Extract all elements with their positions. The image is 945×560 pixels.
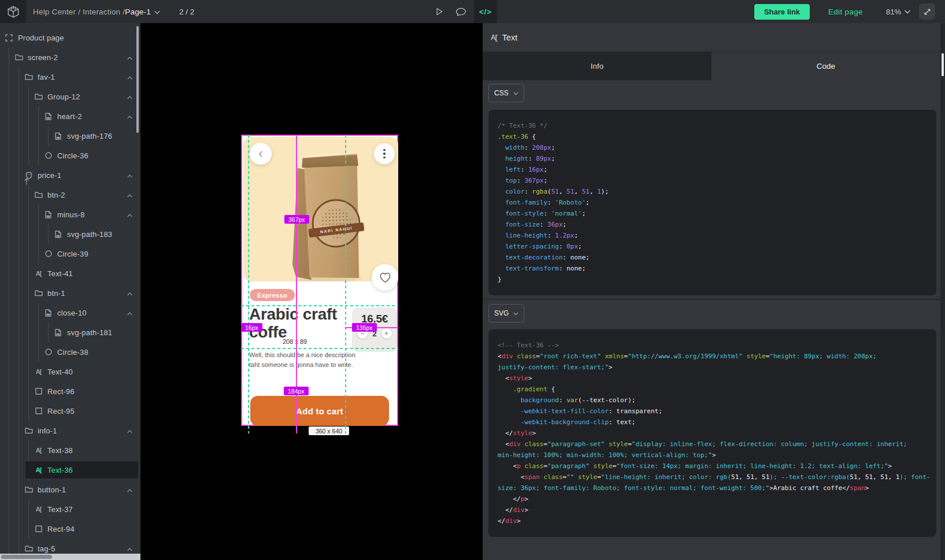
code-line: font-size: 36px; bbox=[498, 219, 927, 230]
indent-guide bbox=[9, 185, 18, 205]
svg-code-block[interactable]: <!-- Text-36 --><div class="root rich-te… bbox=[488, 329, 936, 537]
indent-guide bbox=[28, 303, 38, 322]
add-to-cart-button[interactable]: Add to cart bbox=[250, 396, 389, 426]
top-toolbar: Help Center / Interaction / Page-1 2 / 2… bbox=[0, 0, 945, 23]
design-canvas[interactable]: NARI NAHUI Expresso Arabic bbox=[140, 23, 483, 560]
tree-row-svg-path-183[interactable]: svg-path-183 bbox=[0, 224, 140, 244]
tree-row-text-40[interactable]: A[Text-40 bbox=[0, 362, 140, 381]
tab-code[interactable]: Code bbox=[711, 52, 940, 80]
measure-badge-left: 16px bbox=[241, 323, 262, 332]
chevron-up-icon[interactable] bbox=[127, 72, 132, 82]
scrollbar-thumb[interactable] bbox=[1, 555, 52, 559]
tree-row-heart-2[interactable]: heart-2 bbox=[0, 106, 140, 126]
tree-row-svg-path-181[interactable]: svg-path-181 bbox=[0, 322, 140, 342]
tree-row-rect-95[interactable]: Rect-95 bbox=[0, 401, 140, 421]
text-icon: A[ bbox=[34, 368, 43, 376]
product-page-frame[interactable]: NARI NAHUI Expresso Arabic bbox=[241, 135, 398, 426]
chevron-up-icon[interactable] bbox=[127, 543, 132, 554]
circle-icon bbox=[44, 151, 53, 160]
tree-row-button-1[interactable]: button-1 bbox=[0, 480, 140, 499]
zoom-level-dropdown[interactable]: 81% bbox=[886, 0, 910, 23]
chevron-up-icon[interactable] bbox=[127, 170, 132, 180]
chevron-up-icon[interactable] bbox=[127, 209, 132, 220]
tree-row-label: Product page bbox=[18, 34, 64, 42]
chevron-up-icon[interactable] bbox=[127, 52, 132, 62]
tree-row-label: Rect-95 bbox=[47, 407, 75, 416]
tree-row-text-38[interactable]: A[Text-38 bbox=[0, 440, 140, 460]
breadcrumb[interactable]: Help Center / Interaction / Page-1 bbox=[33, 0, 160, 23]
code-line: size: 36px; font-family: Roboto; font-st… bbox=[498, 483, 927, 494]
category-tag[interactable]: Expresso bbox=[250, 289, 295, 301]
sidebar-horizontal-scrollbar[interactable] bbox=[0, 554, 140, 560]
tree-row-close-10[interactable]: close-10 bbox=[0, 303, 140, 322]
play-button[interactable] bbox=[428, 0, 450, 23]
chevron-down-icon bbox=[905, 10, 910, 14]
tree-row-btn-2[interactable]: btn-2 bbox=[0, 185, 140, 205]
tree-row-label: Text-36 bbox=[47, 466, 73, 474]
fullscreen-button[interactable] bbox=[919, 3, 935, 20]
tree-row-group-12[interactable]: Group-12 bbox=[0, 87, 140, 106]
tree-row-product page[interactable]: Product page bbox=[0, 28, 140, 47]
indent-guide bbox=[9, 362, 18, 381]
tree-row-text-36[interactable]: A[Text-36 bbox=[0, 460, 140, 480]
panel-scrollbar-thumb[interactable] bbox=[942, 53, 944, 76]
code-mode-button[interactable]: </> bbox=[474, 0, 497, 23]
chevron-up-icon[interactable] bbox=[127, 190, 132, 200]
favorite-button[interactable] bbox=[372, 264, 398, 291]
app-logo[interactable] bbox=[0, 0, 26, 23]
indent-guide bbox=[9, 165, 18, 185]
tree-row-screen-2[interactable]: screen-2 bbox=[0, 47, 140, 67]
more-options-button[interactable] bbox=[374, 143, 395, 164]
indent-guide bbox=[9, 244, 18, 264]
tree-row-text-37[interactable]: A[Text-37 bbox=[0, 499, 140, 519]
chevron-up-icon[interactable] bbox=[127, 91, 132, 102]
description-line1: Well, this should be a nice description bbox=[249, 350, 355, 360]
chevron-left-icon bbox=[257, 150, 265, 158]
indent-guide bbox=[9, 146, 18, 165]
tree-row-fav-1[interactable]: fav-1 bbox=[0, 67, 140, 87]
tree-row-circle-38[interactable]: Circle-38 bbox=[0, 342, 140, 362]
panel-scrollbar-track[interactable] bbox=[940, 23, 945, 560]
tab-info[interactable]: Info bbox=[483, 52, 711, 80]
indent-guide bbox=[28, 244, 38, 264]
chevron-up-icon[interactable] bbox=[127, 111, 132, 121]
svgfile-icon bbox=[44, 309, 53, 317]
chevron-up-icon[interactable] bbox=[127, 484, 132, 495]
tree-row-info-1[interactable]: info-1 bbox=[0, 421, 140, 440]
product-title[interactable]: Arabic craft coffe bbox=[249, 305, 350, 341]
sidebar-vertical-scrollbar[interactable] bbox=[136, 26, 139, 133]
edit-page-link[interactable]: Edit page bbox=[828, 0, 863, 23]
tree-row-circle-39[interactable]: Circle-39 bbox=[0, 244, 140, 264]
chat-bubble-icon bbox=[455, 6, 467, 18]
text-icon: A[ bbox=[34, 446, 43, 455]
back-button[interactable] bbox=[250, 143, 272, 165]
element-size-label: 208 x 89 bbox=[283, 338, 307, 345]
tree-row-btn-1[interactable]: btn-1 bbox=[0, 283, 140, 303]
text-layer-icon: A[ bbox=[491, 34, 497, 42]
plus-button[interactable]: + bbox=[381, 328, 392, 339]
share-link-button[interactable]: Share link bbox=[754, 4, 810, 20]
indent-guide bbox=[38, 126, 48, 146]
tree-row-circle-36[interactable]: Circle-36 bbox=[0, 146, 140, 165]
tree-row-svg-path-176[interactable]: svg-path-176 bbox=[0, 126, 140, 146]
rect-icon bbox=[34, 407, 43, 416]
chevron-up-icon[interactable] bbox=[127, 307, 132, 318]
chevron-up-icon[interactable] bbox=[127, 288, 132, 298]
indent-guide bbox=[18, 322, 28, 342]
tree-row-rect-94[interactable]: Rect-94 bbox=[0, 519, 140, 539]
chevron-up-icon[interactable] bbox=[127, 425, 132, 436]
circle-icon bbox=[44, 250, 53, 258]
tree-row-rect-96[interactable]: Rect-96 bbox=[0, 381, 140, 401]
css-code-block[interactable]: /* Text-36 */.text-36 { width: 208px; he… bbox=[488, 110, 936, 295]
tree-row-label: btn-2 bbox=[47, 191, 65, 199]
tree-row-price-1[interactable]: price-1 bbox=[0, 165, 140, 185]
indent-guide bbox=[18, 440, 28, 460]
css-dropdown-value: CSS bbox=[494, 89, 509, 97]
css-language-dropdown[interactable]: CSS bbox=[488, 84, 524, 102]
tree-row-text-41[interactable]: A[Text-41 bbox=[0, 264, 140, 283]
tree-row-label: svg-path-181 bbox=[67, 328, 112, 337]
svgfile-icon bbox=[54, 328, 62, 337]
tree-row-minus-8[interactable]: minus-8 bbox=[0, 205, 140, 224]
comments-button[interactable] bbox=[450, 0, 472, 23]
svg-language-dropdown[interactable]: SVG bbox=[488, 304, 524, 322]
